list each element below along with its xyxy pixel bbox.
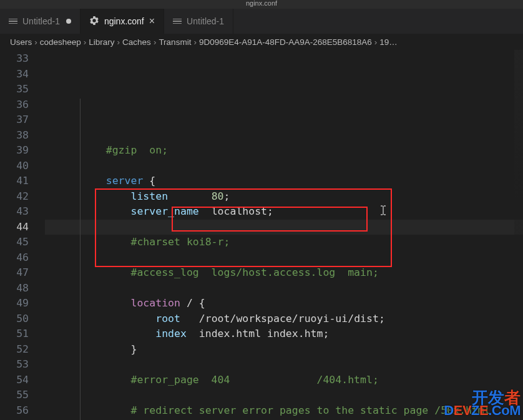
line-number: 46 [0,250,29,266]
window-title: nginx.conf [246,0,277,7]
code-line[interactable]: # redirect server error pages to the sta… [81,403,523,419]
breadcrumb[interactable]: Users› codesheep› Library› Caches› Trans… [0,34,523,50]
code-line[interactable]: #charset koi8-r; [81,235,523,250]
tab-bar: Untitled-1 nginx.conf × Untitled-1 [0,9,523,34]
code-line[interactable]: } [81,342,523,358]
crumb[interactable]: 9D0969E4-A91A-48FD-AA9A-268E5B6818A6 [199,37,372,47]
line-number: 56 [0,403,29,419]
line-number-gutter: 3334353637383940414243444546474849505152… [0,50,45,420]
code-area[interactable]: #gzip on; server { listen 80; server_nam… [45,50,523,420]
crumb[interactable]: codesheep [40,37,81,47]
text-cursor-icon [379,205,388,215]
code-line[interactable]: #gzip on; [81,143,523,159]
line-number: 33 [0,51,29,67]
code-line[interactable]: #error_page 404 /404.html; [81,373,523,388]
code-editor[interactable]: 3334353637383940414243444546474849505152… [0,50,523,420]
gear-icon [89,16,99,27]
line-number: 43 [0,204,29,220]
chevron-right-icon: › [374,37,378,47]
crumb[interactable]: 19… [379,37,398,47]
window-titlebar: nginx.conf [0,0,523,9]
tab-nginx-conf[interactable]: nginx.conf × [81,9,164,34]
crumb[interactable]: Caches [122,37,151,47]
line-number: 34 [0,67,29,82]
chevron-right-icon: › [84,37,87,47]
code-line[interactable] [81,388,523,403]
tab-label: Untitled-1 [22,16,60,26]
line-number: 47 [0,265,29,281]
code-line[interactable]: server { [81,173,523,189]
line-number: 45 [0,235,29,250]
line-number: 48 [0,281,29,296]
code-line[interactable] [81,281,523,296]
line-number: 39 [0,143,29,159]
code-line[interactable]: root /root/workspace/ruoyi-ui/dist; [81,311,523,327]
line-number: 37 [0,112,29,128]
chevron-right-icon: › [34,37,37,47]
code-line[interactable]: listen 80; [81,189,523,205]
line-number: 55 [0,388,29,403]
indent-guide [80,99,81,421]
close-icon[interactable]: × [149,16,155,27]
modified-dot-icon [66,19,71,24]
code-line[interactable] [81,159,523,174]
code-line[interactable]: #access_log logs/host.access.log main; [81,265,523,281]
code-line[interactable]: server_name localhost; [81,204,523,220]
line-number: 36 [0,97,29,113]
minimap[interactable] [514,50,523,420]
line-number: 52 [0,342,29,358]
line-number: 51 [0,326,29,342]
code-line[interactable]: index index.html index.htm; [81,326,523,342]
code-line[interactable] [81,357,523,373]
chevron-right-icon: › [193,37,197,47]
crumb[interactable]: Users [10,37,32,47]
line-number: 42 [0,189,29,205]
crumb[interactable]: Transmit [159,37,191,47]
line-number: 49 [0,296,29,311]
chevron-right-icon: › [154,37,157,47]
line-number: 41 [0,173,29,189]
line-number: 35 [0,82,29,97]
line-number: 38 [0,128,29,144]
tab-untitled-1b[interactable]: Untitled-1 [164,9,233,34]
tab-label: nginx.conf [104,16,144,26]
line-number: 54 [0,373,29,388]
file-icon [9,19,17,24]
line-number: 44 [0,220,29,235]
chevron-right-icon: › [117,37,120,47]
file-icon [173,19,182,24]
code-line[interactable]: location / { [81,296,523,311]
code-line[interactable] [81,220,523,235]
line-number: 50 [0,311,29,327]
tab-label: Untitled-1 [187,16,224,26]
line-number: 53 [0,357,29,373]
line-number: 40 [0,159,29,174]
code-line[interactable] [81,250,523,266]
tab-untitled-1[interactable]: Untitled-1 [0,9,81,34]
crumb[interactable]: Library [89,37,114,47]
